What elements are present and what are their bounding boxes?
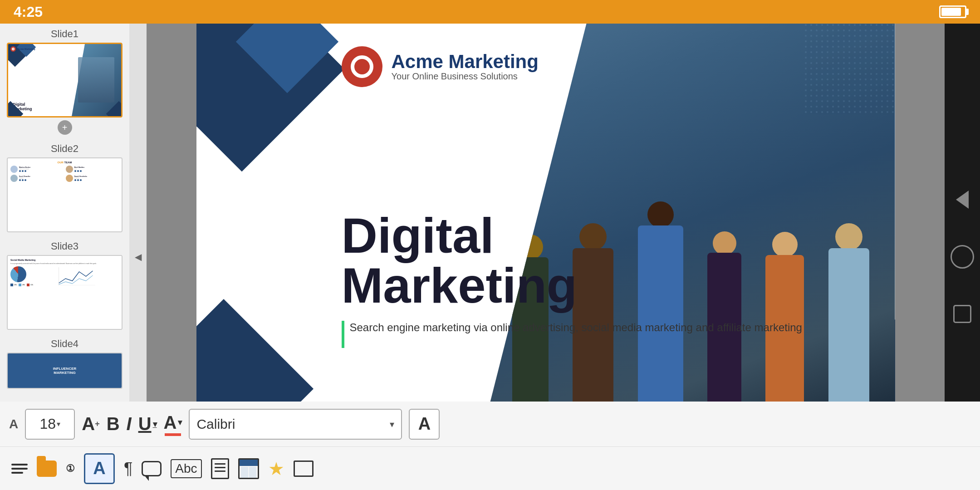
home-circle-icon: [951, 245, 974, 269]
thumb2-title: OUR TEAM: [10, 161, 119, 164]
rectangle-icon: [294, 461, 314, 477]
font-color-button[interactable]: A ▾: [164, 412, 182, 436]
status-bar: 4:25: [0, 0, 980, 24]
slide-thumb-2[interactable]: OUR TEAM Martina Becker CEO & Co-Founder: [7, 157, 122, 232]
thumb4-title: INFLUENCERMARKETING: [53, 367, 77, 375]
recent-apps-icon: [953, 305, 971, 323]
slide-label-4: Slide4: [7, 338, 122, 350]
home-button[interactable]: [951, 245, 974, 269]
insert-page-button[interactable]: [211, 458, 229, 479]
slide-canvas: Acme Marketing Your Online Business Solu…: [196, 24, 895, 416]
recent-apps-button[interactable]: [953, 305, 971, 323]
font-family-value: Calibri: [196, 416, 235, 432]
font-family-dropdown-arrow: ▾: [390, 419, 394, 430]
thumb2-grid: Martina Becker CEO & Co-Founder Mark Mad…: [10, 166, 119, 182]
slide-thumb-4[interactable]: INFLUENCERMARKETING: [7, 353, 122, 389]
person-6: [828, 223, 869, 416]
logo-company-name: Acme Marketing: [392, 52, 539, 71]
rectangle-button[interactable]: [294, 461, 314, 477]
collapse-arrow-icon: ◀: [135, 251, 142, 262]
thumb3-text: In our progressively connected world, th…: [10, 263, 119, 265]
slide-label-3: Slide3: [7, 240, 122, 252]
slide-thumbnail-1[interactable]: Slide1 Acme Marketing: [7, 28, 122, 135]
battery-fill: [941, 8, 961, 16]
slide-main-title: Digital Marketing: [342, 211, 802, 310]
thumb4-content: INFLUENCERMARKETING: [8, 353, 122, 388]
slide-thumbnail-3[interactable]: Slide3 Social Media Marketing In our pro…: [7, 240, 122, 330]
slide-title-line2: Marketing: [342, 257, 578, 313]
abc-spell-button[interactable]: Abc: [171, 459, 201, 478]
format-a-icon: A: [418, 414, 431, 434]
team-member-4: Daniel Hendricks Developer: [66, 175, 119, 182]
back-button[interactable]: [956, 191, 969, 209]
thumb3-content: Social Media Marketing In our progressiv…: [8, 256, 122, 329]
underline-button[interactable]: U ▾: [147, 414, 157, 434]
format-a-box-button[interactable]: A: [409, 409, 440, 440]
slide-thumb-3[interactable]: Social Media Marketing In our progressiv…: [7, 255, 122, 330]
color-dropdown-arrow: ▾: [178, 417, 182, 427]
underline-icon: U: [147, 414, 152, 434]
page-layout-button[interactable]: [238, 458, 259, 479]
abc-spell-icon: Abc: [171, 459, 201, 478]
insert-page-icon: [211, 458, 229, 479]
thumb2-content: OUR TEAM Martina Becker CEO & Co-Founder: [8, 158, 122, 231]
slide-thumb-1[interactable]: Acme Marketing DigitalMarketing: [7, 43, 122, 118]
thumb3-charts: 59% 28% 13%: [10, 266, 119, 286]
slide-thumbnail-2[interactable]: Slide2 OUR TEAM Martina Becker CEO & Co-…: [7, 143, 122, 232]
team-member-3: Scott Chandler Designer: [10, 175, 64, 182]
back-arrow-icon: [956, 191, 969, 209]
page-layout-icon: [238, 458, 259, 479]
slide-view: Acme Marketing Your Online Business Solu…: [147, 24, 945, 490]
comment-button[interactable]: [147, 461, 162, 476]
favorites-button[interactable]: ★: [268, 458, 284, 479]
team-member-1: Martina Becker CEO & Co-Founder: [10, 166, 64, 173]
toolbar-row-2: ① A ¶ Abc: [147, 447, 945, 490]
slide-label-1: Slide1: [7, 28, 122, 40]
underline-dropdown-arrow: ▾: [153, 419, 157, 429]
slide-label-2: Slide2: [7, 143, 122, 155]
add-slide-button[interactable]: +: [58, 120, 72, 135]
slide-title-line1: Digital: [342, 207, 494, 263]
slide-green-bar: [342, 321, 344, 348]
comment-icon: [147, 461, 162, 476]
color-a-icon: A: [164, 412, 177, 433]
font-family-select[interactable]: Calibri ▾: [189, 409, 402, 440]
slide-thumbnail-4[interactable]: Slide4 INFLUENCERMARKETING: [7, 338, 122, 389]
thumb3-line-chart: [35, 267, 119, 285]
team-member-2: Mark Madden CTO: [66, 166, 119, 173]
logo-circle-inner: [351, 55, 373, 78]
slide-subtitle-bar: Search engine marketing via online adver…: [342, 319, 802, 348]
thumb3-pie-chart: [10, 266, 26, 282]
main-container: Slide1 Acme Marketing: [0, 24, 980, 490]
slide-title-block[interactable]: Digital Marketing Search engine marketin…: [342, 211, 802, 348]
color-bar: [165, 433, 181, 436]
battery-icon: [939, 5, 966, 18]
thumb1-content: Acme Marketing DigitalMarketing: [8, 44, 121, 116]
bottom-toolbar: A 18 ▾ A+ B I U ▾: [147, 402, 945, 490]
logo-tagline: Your Online Business Solutions: [392, 71, 539, 82]
logo-circle: [342, 46, 382, 87]
slide-subtitle-text: Search engine marketing via online adver…: [350, 319, 802, 336]
slide-logo: Acme Marketing Your Online Business Solu…: [342, 46, 539, 87]
logo-text-block: Acme Marketing Your Online Business Solu…: [392, 52, 539, 82]
toolbar-row-1: A 18 ▾ A+ B I U ▾: [147, 402, 945, 447]
status-time: 4:25: [14, 4, 43, 20]
star-icon: ★: [268, 458, 284, 479]
thumb3-title: Social Media Marketing: [10, 259, 119, 261]
